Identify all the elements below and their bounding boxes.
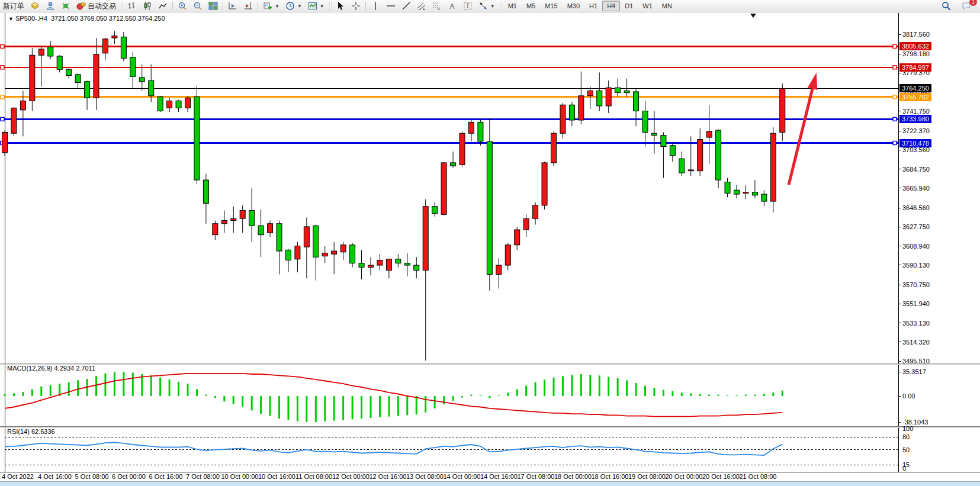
candle-body [396, 259, 401, 263]
symbol-dropdown-icon[interactable]: ▼ [8, 16, 14, 22]
candle-body [158, 97, 163, 111]
auto-scroll-icon [228, 1, 237, 11]
add-indicator-button[interactable]: ▼ [260, 1, 282, 12]
search-button[interactable] [939, 1, 954, 12]
profiles-button[interactable] [27, 1, 43, 12]
zoom-in-button[interactable] [175, 1, 190, 12]
timeframe-button-m15[interactable]: M15 [540, 1, 562, 11]
line-end-marker [893, 95, 897, 99]
chart-shift-button[interactable] [240, 1, 256, 12]
timeframe-button-h1[interactable]: H1 [584, 1, 602, 11]
date-tick-label: 12 Oct 00:00 [332, 473, 369, 480]
signals-button[interactable] [58, 1, 73, 12]
candle-body [313, 226, 319, 257]
candle-body [716, 130, 721, 180]
auto-trading-label: 自动交易 [88, 1, 116, 11]
timeframe-button-d1[interactable]: D1 [620, 1, 638, 11]
trendline-button[interactable] [399, 1, 414, 12]
date-tick-label: 10 Oct 16:00 [258, 473, 295, 480]
line-end-marker [1, 66, 4, 69]
candle-body [670, 146, 675, 156]
candle-body [85, 82, 90, 98]
date-tick-label: 11 Oct 08:00 [295, 473, 332, 480]
macd-label: MACD(12,26,9) 4.2934 2.7011 [7, 365, 95, 372]
line-chart-button[interactable] [155, 1, 171, 12]
candle-body [505, 245, 510, 265]
date-tick-label: 6 Oct 00:00 [112, 473, 146, 480]
text-button[interactable]: A [445, 1, 460, 12]
macd-axis-label: 0.00 [902, 392, 915, 400]
timeframe-button-w1[interactable]: W1 [638, 1, 657, 11]
price-tick-label: 3665.940 [902, 185, 930, 192]
svg-text:E: E [423, 7, 425, 11]
price-tick-label: 3533.130 [902, 320, 930, 327]
timeframe-toolbar: M1M5M15M30H1H4D1W1MN [503, 0, 677, 12]
auto-trading-button[interactable]: 自动交易 [73, 1, 119, 12]
templates-button[interactable]: ▼ [305, 1, 327, 12]
candle-body [359, 263, 364, 268]
date-tick-label: 19 Oct 08:00 [628, 473, 666, 480]
candle-body [203, 180, 208, 203]
candle-body [332, 251, 337, 254]
timeframe-button-m1[interactable]: M1 [503, 1, 522, 11]
vertical-line-button[interactable] [368, 1, 383, 12]
timeframe-button-h4[interactable]: H4 [602, 1, 620, 11]
candle-body [185, 98, 191, 108]
tile-windows-button[interactable] [205, 1, 221, 12]
chart-shift-marker[interactable] [750, 14, 756, 18]
candle-body [102, 39, 108, 53]
zoom-in-icon [178, 1, 187, 11]
toolbar-separator [365, 2, 366, 10]
notifications-button[interactable]: 1 [959, 1, 974, 12]
horizontal-line-button[interactable] [383, 1, 399, 12]
channel-button[interactable]: E [414, 1, 429, 12]
candle-body [569, 105, 574, 120]
zoom-out-icon [193, 1, 203, 11]
new-order-button[interactable]: 新订单 [0, 1, 27, 12]
date-tick-label: 6 Oct 16:00 [149, 473, 183, 480]
fibonacci-button[interactable]: F [429, 1, 445, 12]
date-tick-label: 18 Oct 00:00 [554, 473, 592, 480]
date-tick-label: 21 Oct 08:00 [740, 473, 777, 480]
candle-body [706, 131, 712, 137]
candle-body [240, 210, 245, 218]
bar-chart-button[interactable] [124, 1, 140, 12]
candle-body [734, 190, 740, 194]
candle-body [249, 210, 255, 226]
market-watch-button[interactable] [43, 1, 58, 12]
candle-body [94, 54, 99, 98]
crosshair-button[interactable] [348, 1, 364, 12]
candle-body [66, 69, 72, 75]
timeframe-button-m5[interactable]: M5 [522, 1, 540, 11]
symbol-period-label: SP500-,H4 [15, 15, 47, 22]
svg-text:F: F [438, 7, 441, 11]
candle-body [414, 265, 419, 271]
text-label-icon: T [463, 1, 473, 11]
periods-button[interactable]: ▼ [282, 1, 305, 12]
cursor-button[interactable] [333, 1, 348, 12]
auto-scroll-button[interactable] [225, 1, 240, 12]
line-end-marker [1, 44, 4, 48]
vertical-line-icon [371, 1, 380, 11]
candle-body [606, 88, 611, 106]
zoom-out-button[interactable] [190, 1, 205, 12]
candle-body [698, 140, 703, 171]
chart-canvas[interactable] [0, 0, 980, 486]
candle-body [221, 221, 227, 224]
line-end-marker [893, 117, 897, 121]
date-tick-label: 18 Oct 16:00 [592, 473, 629, 480]
price-tick-label: 3514.320 [902, 339, 930, 346]
timeframe-button-m30[interactable]: M30 [563, 1, 584, 11]
candle-body [350, 245, 355, 263]
date-tick-label: 4 Oct 2022 [2, 473, 34, 480]
price-tick-label: 3684.750 [902, 166, 930, 173]
shapes-button[interactable]: ▼ [475, 1, 498, 12]
candle-body [121, 37, 126, 58]
text-label-button[interactable]: T [460, 1, 475, 12]
candle-body [2, 133, 8, 153]
candle-body [322, 253, 327, 256]
price-tick-label: 3798.180 [902, 50, 930, 57]
timeframe-button-mn[interactable]: MN [657, 1, 677, 11]
candle-body [285, 250, 291, 260]
candle-chart-button[interactable] [140, 1, 155, 12]
